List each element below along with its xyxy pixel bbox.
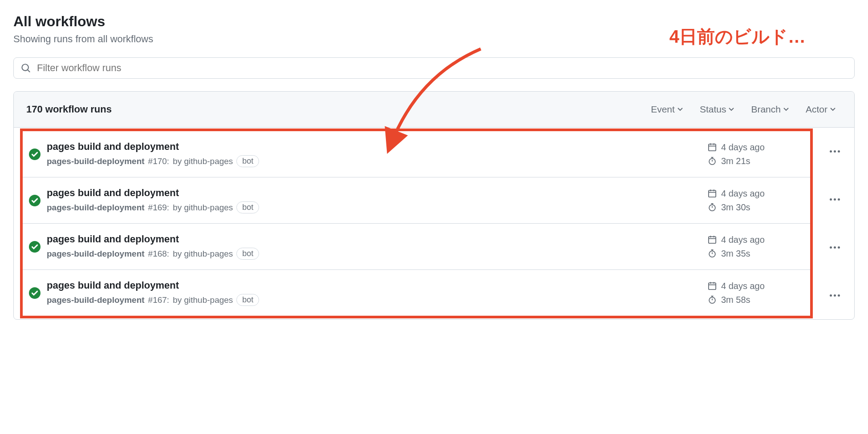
calendar-icon xyxy=(708,235,717,244)
run-actions-menu[interactable] xyxy=(826,147,844,156)
stopwatch-icon xyxy=(708,295,717,304)
duration: 3m 30s xyxy=(721,202,750,213)
run-title[interactable]: pages build and deployment xyxy=(47,141,708,153)
stopwatch-icon xyxy=(708,249,717,258)
workflow-run-row[interactable]: pages build and deployment pages-build-d… xyxy=(23,270,810,316)
run-by: by github-pages xyxy=(173,157,233,166)
run-timing: 4 days ago 3m 35s xyxy=(708,235,779,259)
caret-down-icon xyxy=(830,108,836,111)
search-box[interactable] xyxy=(13,57,855,79)
run-by: by github-pages xyxy=(173,203,233,213)
svg-rect-28 xyxy=(709,283,716,289)
caret-down-icon xyxy=(729,108,734,111)
run-meta: pages-build-deployment #168: by github-p… xyxy=(47,248,708,260)
run-title[interactable]: pages build and deployment xyxy=(47,187,708,199)
run-timing: 4 days ago 3m 58s xyxy=(708,281,779,305)
time-ago: 4 days ago xyxy=(721,142,765,153)
filter-actor-label: Actor xyxy=(806,104,827,115)
run-timing: 4 days ago 3m 30s xyxy=(708,189,779,213)
filter-branch-label: Branch xyxy=(751,104,781,115)
duration: 3m 58s xyxy=(721,295,750,305)
workflow-name: pages-build-deployment xyxy=(47,157,145,166)
success-check-icon xyxy=(29,195,41,206)
time-ago: 4 days ago xyxy=(721,281,765,291)
run-number: #170: xyxy=(148,157,170,166)
run-timing: 4 days ago 3m 21s xyxy=(708,142,779,166)
bot-badge: bot xyxy=(236,201,259,213)
stopwatch-icon xyxy=(708,203,717,212)
workflow-name: pages-build-deployment xyxy=(47,203,145,213)
run-title[interactable]: pages build and deployment xyxy=(47,280,708,291)
run-meta: pages-build-deployment #169: by github-p… xyxy=(47,201,708,213)
duration: 3m 35s xyxy=(721,249,750,259)
run-meta: pages-build-deployment #170: by github-p… xyxy=(47,155,708,167)
run-by: by github-pages xyxy=(173,295,233,305)
workflow-run-row[interactable]: pages build and deployment pages-build-d… xyxy=(23,177,810,224)
calendar-icon xyxy=(708,143,717,152)
filter-status[interactable]: Status xyxy=(694,101,741,117)
stopwatch-icon xyxy=(708,157,717,165)
duration: 3m 21s xyxy=(721,156,750,166)
run-meta: pages-build-deployment #167: by github-p… xyxy=(47,294,708,306)
caret-down-icon xyxy=(783,108,789,111)
runs-count: 170 workflow runs xyxy=(26,104,112,115)
run-by: by github-pages xyxy=(173,249,233,259)
filter-actor[interactable]: Actor xyxy=(799,101,842,117)
svg-rect-19 xyxy=(709,237,716,243)
caret-down-icon xyxy=(677,108,683,111)
time-ago: 4 days ago xyxy=(721,235,765,245)
run-number: #168: xyxy=(148,249,170,259)
filter-group: Event Status Branch Actor xyxy=(645,101,842,117)
run-actions-menu[interactable] xyxy=(826,195,844,204)
filter-event-label: Event xyxy=(651,104,675,115)
time-ago: 4 days ago xyxy=(721,189,765,199)
calendar-icon xyxy=(708,189,717,198)
run-actions-menu[interactable] xyxy=(826,291,844,300)
search-icon xyxy=(21,63,31,73)
success-check-icon xyxy=(29,241,41,253)
bot-badge: bot xyxy=(236,294,259,306)
annotation-text: 4日前のビルド… xyxy=(669,24,806,49)
svg-rect-1 xyxy=(709,144,716,151)
bot-badge: bot xyxy=(236,248,259,260)
runs-container: 170 workflow runs Event Status Branch Ac… xyxy=(13,91,855,320)
success-check-icon xyxy=(29,149,41,160)
filter-event[interactable]: Event xyxy=(645,101,689,117)
runs-header: 170 workflow runs Event Status Branch Ac… xyxy=(14,92,854,128)
workflow-run-row[interactable]: pages build and deployment pages-build-d… xyxy=(23,131,810,177)
run-actions-menu[interactable] xyxy=(826,243,844,252)
success-check-icon xyxy=(29,287,41,299)
workflow-run-row[interactable]: pages build and deployment pages-build-d… xyxy=(23,224,810,270)
filter-status-label: Status xyxy=(700,104,726,115)
workflow-name: pages-build-deployment xyxy=(47,249,145,259)
search-input[interactable] xyxy=(37,62,847,74)
run-title[interactable]: pages build and deployment xyxy=(47,233,708,245)
workflow-name: pages-build-deployment xyxy=(47,295,145,305)
svg-rect-10 xyxy=(709,190,716,197)
run-number: #169: xyxy=(148,203,170,213)
filter-branch[interactable]: Branch xyxy=(745,101,795,117)
run-number: #167: xyxy=(148,295,170,305)
calendar-icon xyxy=(708,281,717,290)
bot-badge: bot xyxy=(236,155,259,167)
highlighted-runs: pages build and deployment pages-build-d… xyxy=(20,129,813,318)
